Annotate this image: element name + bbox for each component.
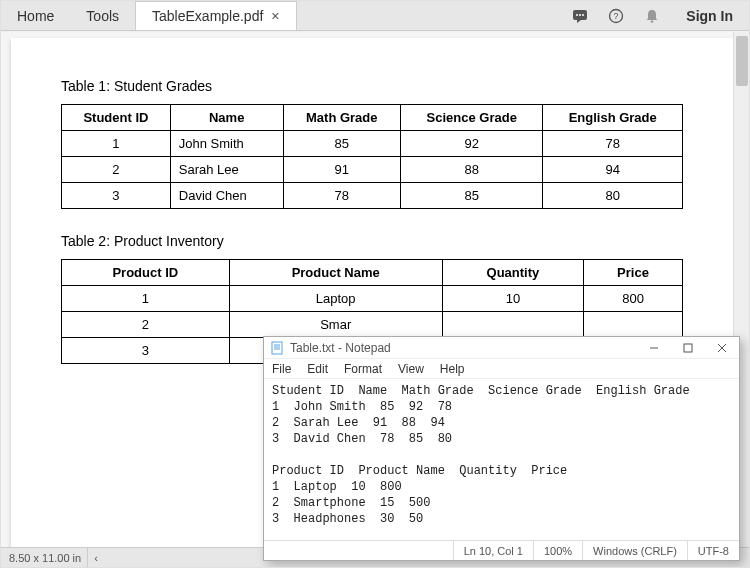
pdf-toolbar: Home Tools TableExample.pdf × ? Sign In [1, 1, 749, 31]
table-cell: 2 [62, 312, 230, 338]
notepad-statusbar: Ln 10, Col 1 100% Windows (CRLF) UTF-8 [264, 540, 739, 560]
table-cell: 91 [283, 157, 400, 183]
table1-title: Table 1: Student Grades [61, 78, 683, 94]
svg-point-3 [582, 14, 584, 16]
table-cell: 80 [543, 183, 683, 209]
notepad-title: Table.txt - Notepad [290, 341, 391, 355]
table-cell: David Chen [170, 183, 283, 209]
table-cell: John Smith [170, 131, 283, 157]
table-cell: 1 [62, 131, 171, 157]
comment-icon[interactable] [562, 1, 598, 30]
table-row: 3 David Chen 78 85 80 [62, 183, 683, 209]
notepad-menubar: File Edit Format View Help [264, 359, 739, 379]
table1-header: Science Grade [401, 105, 543, 131]
table-cell: 88 [401, 157, 543, 183]
table1-header: Math Grade [283, 105, 400, 131]
statusbar-chevron-icon[interactable]: ‹ [94, 552, 98, 564]
table-cell: 85 [283, 131, 400, 157]
table-cell: 800 [584, 286, 683, 312]
svg-rect-7 [272, 342, 282, 354]
table-cell: Smar [229, 312, 442, 338]
svg-text:?: ? [614, 11, 619, 21]
table2-title: Table 2: Product Inventory [61, 233, 683, 249]
table-row: 1 Laptop 10 800 [62, 286, 683, 312]
notepad-app-icon [270, 341, 284, 355]
table-cell: Sarah Lee [170, 157, 283, 183]
table-cell: Laptop [229, 286, 442, 312]
menu-view[interactable]: View [390, 362, 432, 376]
status-cursor: Ln 10, Col 1 [453, 541, 533, 560]
sign-in-button[interactable]: Sign In [670, 1, 749, 30]
menu-help[interactable]: Help [432, 362, 473, 376]
window-controls [637, 337, 739, 359]
help-icon[interactable]: ? [598, 1, 634, 30]
close-button[interactable] [705, 337, 739, 359]
table-cell: 92 [401, 131, 543, 157]
table2-header: Product Name [229, 260, 442, 286]
table-cell: 10 [442, 286, 583, 312]
table-cell: 78 [543, 131, 683, 157]
notepad-titlebar[interactable]: Table.txt - Notepad [264, 337, 739, 359]
menu-file[interactable]: File [264, 362, 299, 376]
minimize-button[interactable] [637, 337, 671, 359]
tab-document[interactable]: TableExample.pdf × [135, 1, 296, 30]
status-zoom: 100% [533, 541, 582, 560]
table-cell [442, 312, 583, 338]
bell-icon[interactable] [634, 1, 670, 30]
page-dimensions: 8.50 x 11.00 in [9, 552, 81, 564]
scrollbar-thumb[interactable] [736, 36, 748, 86]
maximize-button[interactable] [671, 337, 705, 359]
table-cell: 2 [62, 157, 171, 183]
table-cell: 85 [401, 183, 543, 209]
table2-header: Product ID [62, 260, 230, 286]
table1-header: English Grade [543, 105, 683, 131]
table-cell: 1 [62, 286, 230, 312]
table-row: 2 Smar [62, 312, 683, 338]
svg-rect-12 [684, 344, 692, 352]
close-tab-icon[interactable]: × [271, 8, 279, 24]
statusbar-separator [87, 548, 88, 567]
svg-point-6 [651, 20, 653, 22]
table-cell [584, 312, 683, 338]
table1-header: Name [170, 105, 283, 131]
tab-home[interactable]: Home [1, 1, 70, 30]
table1-header: Student ID [62, 105, 171, 131]
svg-point-2 [579, 14, 581, 16]
menu-edit[interactable]: Edit [299, 362, 336, 376]
table-cell: 78 [283, 183, 400, 209]
table-row: 2 Sarah Lee 91 88 94 [62, 157, 683, 183]
table-student-grades: Student ID Name Math Grade Science Grade… [61, 104, 683, 209]
tab-document-label: TableExample.pdf [152, 8, 263, 24]
svg-point-1 [576, 14, 578, 16]
table-cell: 94 [543, 157, 683, 183]
notepad-text-area[interactable]: Student ID Name Math Grade Science Grade… [264, 379, 739, 540]
status-lineending: Windows (CRLF) [582, 541, 687, 560]
table2-header: Quantity [442, 260, 583, 286]
table-cell: 3 [62, 338, 230, 364]
table2-header: Price [584, 260, 683, 286]
status-encoding: UTF-8 [687, 541, 739, 560]
table-row: 1 John Smith 85 92 78 [62, 131, 683, 157]
menu-format[interactable]: Format [336, 362, 390, 376]
tab-tools[interactable]: Tools [70, 1, 135, 30]
notepad-window[interactable]: Table.txt - Notepad File Edit Format Vie… [263, 336, 740, 561]
table-cell: 3 [62, 183, 171, 209]
